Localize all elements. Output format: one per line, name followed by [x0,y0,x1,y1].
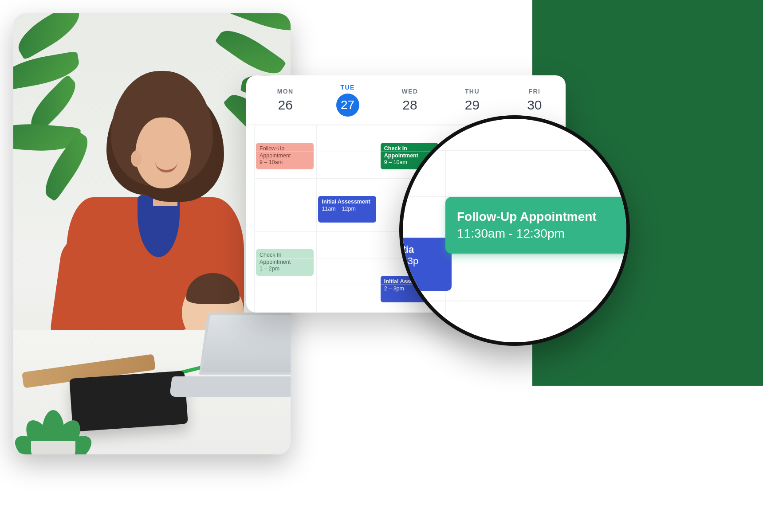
calendar-event[interactable]: Check In Appointment 1 – 2pm [256,249,314,276]
day-of-week-label: WED [402,88,418,95]
day-of-week-label: TUE [341,84,355,91]
day-number: 29 [465,98,480,113]
succulent-icon [13,392,93,454]
event-title: Check In Appointment [260,252,310,266]
desk-illustration [13,330,291,454]
day-number: 30 [527,98,542,113]
event-title: Follow-Up Appointment [260,145,310,159]
laptop-icon [187,313,291,397]
day-of-week-label: THU [465,88,480,95]
event-title: Initial Assessment [322,199,372,206]
event-time: 1 – 2pm [260,266,310,273]
day-column-tue[interactable]: Initial Assessment 11am – 12pm [316,125,378,313]
day-number: 28 [402,98,417,113]
event-time: 9 – 10am [260,159,310,166]
day-of-week-label: FRI [528,88,540,95]
day-header-tue[interactable]: TUE 27 [316,75,378,125]
calendar-event[interactable]: Initial Assessment 11am – 12pm [318,196,376,223]
magnified-event-featured[interactable]: Follow-Up Appointment 11:30am - 12:30pm [445,197,630,254]
day-number-active-badge: 27 [336,94,359,117]
day-of-week-label: MON [277,88,294,95]
day-column-mon[interactable]: Follow-Up Appointment 9 – 10am Check In … [254,125,316,313]
calendar-event[interactable]: Follow-Up Appointment 9 – 10am [256,143,314,169]
magnifier-lens: Initia 2 – 3p Follow-Up Appointment 11:3… [399,115,630,346]
event-time: 11am – 12pm [322,206,372,213]
magnifier-content: Initia 2 – 3p Follow-Up Appointment 11:3… [403,119,626,342]
day-header-mon[interactable]: MON 26 [254,75,316,125]
event-title: Follow-Up Appointment [457,208,630,225]
day-number: 26 [278,98,293,113]
event-title: Initia [399,244,445,255]
day-header-wed[interactable]: WED 28 [379,75,441,125]
event-time: 11:30am - 12:30pm [457,225,630,242]
event-time: 2 – 3p [399,255,445,267]
